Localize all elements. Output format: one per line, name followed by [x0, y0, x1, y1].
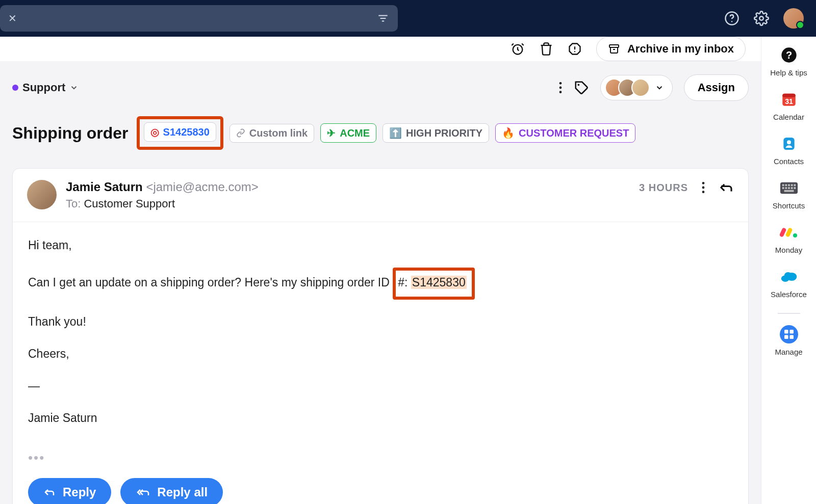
message-time: 3 HOURS: [639, 182, 688, 194]
rail-calendar[interactable]: 31 Calendar: [761, 90, 816, 121]
svg-rect-28: [788, 184, 790, 186]
app-icon: ◎: [150, 126, 159, 138]
conversation-subject: Shipping order: [12, 124, 129, 143]
rail-label: Help & tips: [770, 68, 807, 77]
svg-rect-37: [780, 227, 786, 237]
reply-icon[interactable]: [719, 180, 734, 195]
contacts-icon: [780, 135, 798, 153]
rail-help[interactable]: ? Help & tips: [761, 46, 816, 77]
rail-monday[interactable]: Monday: [761, 223, 816, 254]
avatar[interactable]: [783, 8, 804, 29]
svg-rect-29: [790, 184, 793, 186]
chevron-down-icon: [655, 83, 664, 92]
fire-icon: 🔥: [502, 127, 515, 139]
top-bar: ✕: [0, 0, 816, 37]
highlighted-order-id: S1425830: [411, 276, 467, 289]
rail-label: Monday: [775, 246, 802, 254]
rail-label: Shortcuts: [773, 201, 805, 210]
svg-rect-46: [784, 335, 788, 339]
svg-text:31: 31: [785, 97, 793, 105]
svg-rect-30: [794, 184, 796, 186]
svg-rect-38: [785, 227, 793, 237]
svg-point-14: [577, 84, 579, 86]
filter-icon[interactable]: [376, 12, 390, 25]
action-bar: Archive in my inbox: [0, 37, 761, 61]
chip-customer-request[interactable]: 🔥 CUSTOMER REQUEST: [495, 123, 635, 143]
svg-rect-45: [789, 330, 794, 334]
plane-icon: ✈: [327, 127, 336, 139]
svg-point-11: [559, 82, 562, 85]
svg-rect-32: [785, 187, 787, 189]
svg-rect-27: [785, 184, 787, 186]
highlight-annotation: #: S1425830: [393, 268, 474, 300]
divider: [778, 313, 800, 314]
reply-all-button[interactable]: Reply all: [120, 478, 223, 504]
reply-button[interactable]: Reply: [28, 478, 111, 504]
conversation-header: Support: [0, 61, 761, 159]
svg-rect-34: [790, 187, 793, 189]
assign-button[interactable]: Assign: [684, 74, 749, 101]
grid-icon: [780, 325, 798, 343]
calendar-icon: 31: [780, 90, 798, 109]
spam-icon[interactable]: [568, 42, 582, 56]
message-card: Jamie Saturn <jamie@acme.com> To: Custom…: [12, 168, 749, 504]
inbox-dot-icon: [12, 85, 18, 91]
salesforce-icon: [780, 268, 798, 286]
svg-point-13: [559, 91, 562, 93]
chip-custom-link[interactable]: Custom link: [230, 124, 314, 143]
avatar: [631, 78, 650, 97]
svg-point-42: [784, 272, 792, 279]
message-body: Hi team, Can I get an update on a shippi…: [13, 222, 748, 450]
svg-point-4: [731, 21, 733, 22]
trash-icon[interactable]: [539, 42, 553, 56]
svg-rect-36: [784, 190, 794, 192]
chip-order-id[interactable]: ◎ S1425830: [144, 122, 216, 142]
svg-point-43: [780, 325, 798, 343]
svg-rect-26: [782, 184, 784, 186]
more-icon[interactable]: [701, 181, 705, 194]
highlight-annotation: ◎ S1425830: [137, 116, 223, 150]
right-rail: ? Help & tips 31 Calendar Contacts Short…: [761, 37, 816, 504]
rail-label: Salesforce: [771, 290, 807, 299]
tag-icon[interactable]: [574, 80, 589, 95]
chevron-down-icon[interactable]: [69, 83, 79, 92]
svg-point-39: [793, 233, 797, 237]
gear-icon[interactable]: [754, 11, 769, 26]
help-icon[interactable]: [724, 11, 740, 26]
chip-priority[interactable]: ⬆️ HIGH PRIORITY: [382, 123, 489, 143]
svg-point-16: [702, 187, 705, 189]
svg-rect-9: [609, 45, 619, 47]
link-icon: [236, 128, 245, 138]
svg-point-8: [574, 51, 575, 52]
archive-label: Archive in my inbox: [627, 42, 734, 56]
svg-rect-35: [794, 187, 796, 189]
svg-point-15: [702, 182, 705, 184]
svg-point-17: [702, 191, 705, 193]
rail-manage[interactable]: Manage: [761, 325, 816, 356]
svg-point-24: [787, 140, 791, 144]
rail-shortcuts[interactable]: Shortcuts: [761, 179, 816, 210]
rail-label: Contacts: [774, 157, 804, 166]
rail-contacts[interactable]: Contacts: [761, 135, 816, 166]
rail-label: Manage: [775, 348, 802, 356]
inbox-name[interactable]: Support: [22, 81, 65, 94]
svg-rect-33: [788, 187, 790, 189]
svg-point-5: [759, 16, 763, 20]
from-line: Jamie Saturn <jamie@acme.com>: [66, 180, 259, 194]
close-icon[interactable]: ✕: [8, 12, 17, 24]
search-input[interactable]: ✕: [0, 5, 398, 32]
rail-label: Calendar: [773, 113, 804, 121]
avatar: [27, 180, 57, 209]
more-icon[interactable]: [558, 81, 563, 94]
trimmed-content-icon[interactable]: •••: [13, 450, 748, 474]
snooze-icon[interactable]: [511, 42, 525, 56]
rail-salesforce[interactable]: Salesforce: [761, 268, 816, 299]
chip-acme[interactable]: ✈ ACME: [320, 123, 376, 143]
svg-point-12: [559, 87, 562, 89]
assignee-stack[interactable]: [600, 75, 673, 100]
arrow-up-icon: ⬆️: [389, 127, 402, 139]
keyboard-icon: [780, 179, 798, 197]
svg-rect-31: [782, 187, 784, 189]
monday-icon: [780, 223, 798, 242]
archive-button[interactable]: Archive in my inbox: [596, 37, 746, 61]
